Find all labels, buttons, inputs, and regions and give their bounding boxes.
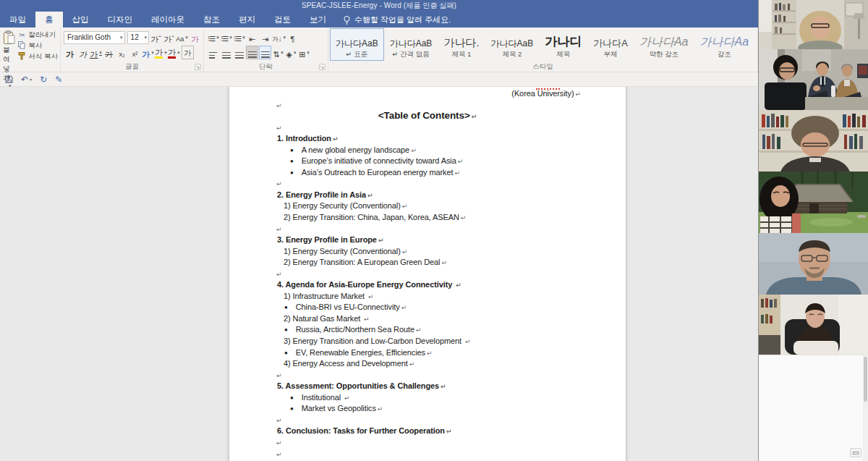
- tab-view[interactable]: 보기: [300, 12, 336, 28]
- doc-line[interactable]: ●Europe’s initiative of connectivity tow…: [290, 156, 626, 167]
- numbered-list-button[interactable]: ⁝☰▾: [220, 30, 232, 44]
- doc-line[interactable]: <Table of Contents>↵: [229, 111, 626, 122]
- sidebar-scrollbar[interactable]: [863, 355, 868, 461]
- style-제목[interactable]: 가나디제목: [539, 28, 587, 61]
- style-부제[interactable]: 가나다A부제: [587, 28, 634, 61]
- doc-line[interactable]: 2. Energy Profile in Asia↵: [277, 190, 626, 201]
- doc-line[interactable]: 1) Energy Security (Conventional)↵: [284, 200, 626, 212]
- style-강조[interactable]: 가나다Aa강조: [694, 28, 754, 61]
- video-tile-bearded-man-glasses-gray-wall[interactable]: [759, 233, 868, 295]
- line-spacing-button[interactable]: ⇅▾: [272, 46, 284, 59]
- doc-line[interactable]: (Korea University)↵: [229, 88, 626, 100]
- video-tile-dark-haired-woman-white-wall[interactable]: [759, 295, 868, 355]
- doc-line[interactable]: ●EV, Renewable Energies, Efficiencies↵: [284, 347, 626, 359]
- doc-line[interactable]: 4) Energy Access and Development↵: [284, 358, 626, 370]
- style-간격 없음[interactable]: 가나다AaB↵ 간격 없음: [384, 28, 438, 61]
- doc-line[interactable]: 1. Introduction↵: [277, 133, 626, 145]
- underline-button[interactable]: 가▾: [90, 46, 102, 59]
- doc-line[interactable]: ↵: [275, 178, 626, 190]
- doc-line[interactable]: ●Asia’s Outreach to European energy mark…: [290, 167, 626, 179]
- show-paragraph-marks-button[interactable]: ¶: [286, 30, 299, 44]
- tab-insert[interactable]: 삽입: [63, 12, 98, 28]
- shading-button[interactable]: ◈▾: [285, 46, 297, 59]
- panel-grip-button[interactable]: [850, 448, 861, 457]
- tab-layout[interactable]: 레이아웃: [142, 12, 194, 28]
- doc-line[interactable]: 1) Energy Security (Conventional)↵: [284, 246, 626, 258]
- bold-button[interactable]: 가: [64, 46, 76, 59]
- font-family-select[interactable]: Franklin Goth ▾: [64, 31, 125, 44]
- doc-line[interactable]: 4. Agenda for Asia-Europe Energy Connect…: [277, 279, 626, 291]
- doc-line[interactable]: 5. Assessment: Opportunities & Challenge…: [277, 381, 626, 392]
- doc-line[interactable]: 2) Natural Gas Market ↵: [284, 313, 626, 325]
- distribute-button[interactable]: [259, 46, 271, 59]
- paragraph-dialog-launcher-icon[interactable]: ↘: [319, 64, 326, 70]
- doc-line[interactable]: ↵: [275, 449, 626, 460]
- style-제목 1[interactable]: 가나다.제목 1: [438, 28, 485, 61]
- paste-button[interactable]: 붙여넣기 ▾: [3, 30, 15, 89]
- video-tile-blonde-woman-glasses-bookshelves[interactable]: [759, 0, 868, 49]
- doc-line[interactable]: ↵: [275, 224, 626, 235]
- video-tile-gray-haired-man-glasses-bookshelves[interactable]: [759, 110, 868, 172]
- bullet-list-button[interactable]: ⁝☰▾: [207, 30, 219, 44]
- cut-button[interactable]: ✂ 잘라내기: [17, 30, 58, 40]
- sort-button[interactable]: 가↓▾: [272, 30, 286, 44]
- clear-formatting-button[interactable]: 가: [189, 30, 201, 44]
- borders-button[interactable]: ⊞▾: [298, 46, 310, 59]
- font-color-button[interactable]: 가▾: [168, 46, 180, 59]
- strikethrough-button[interactable]: 가: [103, 46, 115, 59]
- doc-line[interactable]: ●Russia, Arctic/Northern Sea Route↵: [284, 324, 626, 336]
- video-tile-conference-room-three-men[interactable]: [759, 49, 868, 110]
- doc-line[interactable]: ↵: [275, 122, 626, 134]
- align-right-button[interactable]: [233, 46, 245, 59]
- justify-button[interactable]: [246, 46, 258, 59]
- tell-me-box[interactable]: 수행할 작업을 알려 주세요.: [336, 12, 458, 28]
- doc-line[interactable]: ↵: [275, 268, 626, 280]
- paragraph-mark: ↵: [367, 192, 373, 199]
- doc-line[interactable]: ↵: [275, 370, 626, 381]
- increase-indent-button[interactable]: ⇥: [259, 30, 271, 44]
- highlight-color-button[interactable]: 가▾: [155, 46, 167, 59]
- grow-font-button[interactable]: 가ˆ: [150, 30, 162, 44]
- doc-line[interactable]: 2) Energy Transition: China, Japan, Kore…: [284, 212, 626, 224]
- tab-review[interactable]: 검토: [265, 12, 300, 28]
- tab-design[interactable]: 디자인: [98, 12, 142, 28]
- doc-line[interactable]: ↵: [275, 100, 626, 111]
- doc-line[interactable]: 2) Energy Transition: A European Green D…: [284, 257, 626, 268]
- tab-mailings[interactable]: 편지: [229, 12, 265, 28]
- document-page[interactable]: (Korea University)↵↵<Table of Contents>↵…: [229, 87, 626, 461]
- tab-home[interactable]: 홈: [35, 12, 63, 28]
- doc-line[interactable]: 3) Energy Transition and Low-Carbon Deve…: [284, 336, 626, 347]
- shrink-font-button[interactable]: 가ˇ: [163, 30, 175, 44]
- decrease-indent-button[interactable]: ⇤: [246, 30, 258, 44]
- style-표준[interactable]: 가나다AaB↵ 표준: [330, 28, 384, 61]
- align-center-button[interactable]: [220, 46, 232, 59]
- tab-file[interactable]: 파일: [0, 12, 35, 28]
- doc-line[interactable]: 6. Conclusion: Tasks for Further Coopera…: [277, 426, 626, 437]
- italic-button[interactable]: 가: [77, 46, 89, 59]
- doc-line[interactable]: ●Institutional ↵: [290, 392, 626, 404]
- superscript-button[interactable]: x²: [129, 46, 141, 59]
- style-제목 2[interactable]: 가나다AaB제목 2: [485, 28, 540, 61]
- change-case-button[interactable]: Aa▾: [176, 30, 188, 44]
- doc-line[interactable]: ●A new global energy landscape↵: [290, 145, 626, 156]
- text-effects-button[interactable]: 가▾: [142, 46, 154, 59]
- font-dialog-launcher-icon[interactable]: ↘: [195, 64, 201, 70]
- style-강한 강조[interactable]: 가나다Aa강한 강조: [754, 28, 757, 61]
- format-painter-button[interactable]: 서식 복사: [17, 51, 58, 62]
- subscript-button[interactable]: x₂: [116, 46, 128, 59]
- character-border-button[interactable]: 가: [182, 46, 194, 59]
- doc-line[interactable]: ↵: [275, 415, 626, 426]
- doc-line[interactable]: 3. Energy Profile in Europe↵: [277, 234, 626, 246]
- doc-line[interactable]: ↵: [275, 437, 626, 449]
- align-left-button[interactable]: [207, 46, 219, 59]
- style-약한 강조[interactable]: 가나다Aa약한 강조: [634, 28, 694, 61]
- doc-line[interactable]: 1) Infrastructure Market ↵: [284, 291, 626, 303]
- doc-line[interactable]: ●China-BRI vs EU-Connectivity↵: [284, 302, 626, 313]
- multilevel-list-button[interactable]: ⁝☰▾: [233, 30, 245, 44]
- doc-line[interactable]: ●Market vs Geopolitics↵: [290, 403, 626, 415]
- video-tile-woman-thatched-house-virtual-background[interactable]: [759, 172, 868, 233]
- copy-button[interactable]: 복사: [17, 41, 58, 51]
- font-size-select[interactable]: 12 ▾: [127, 31, 149, 44]
- tab-references[interactable]: 참조: [194, 12, 229, 28]
- scrollbar-thumb[interactable]: [864, 357, 867, 402]
